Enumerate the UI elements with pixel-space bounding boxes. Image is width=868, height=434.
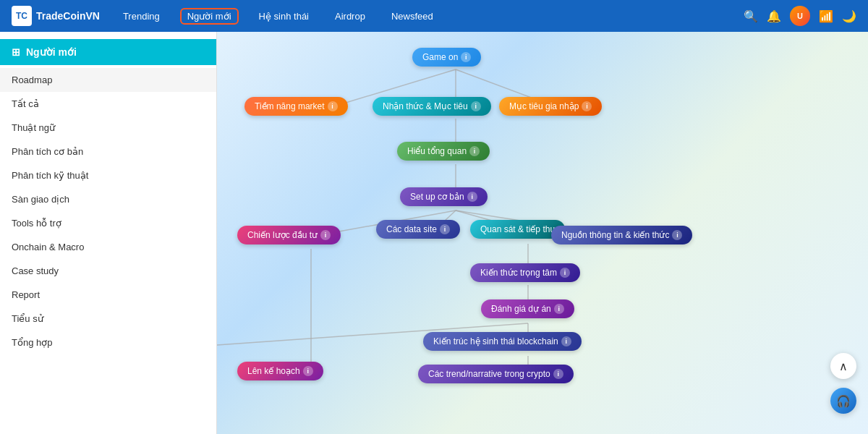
sidebar-item-tong-hop[interactable]: Tổng hợp xyxy=(0,331,216,354)
search-icon[interactable]: 🔍 xyxy=(744,9,758,23)
sidebar-item-onchain[interactable]: Onchain & Macro xyxy=(0,235,216,259)
node-hieu-tong-quan[interactable]: Hiểu tổng quan i xyxy=(397,142,490,161)
sidebar-item-report[interactable]: Report xyxy=(0,283,216,307)
logo-icon: TC xyxy=(12,6,32,26)
info-icon: i xyxy=(582,101,592,111)
node-kien-truc[interactable]: Kiến trúc hệ sinh thái blockchain i xyxy=(423,332,582,351)
info-icon: i xyxy=(469,146,480,156)
sidebar-active-item[interactable]: ⊞ Người mới xyxy=(0,39,216,65)
nav-nguoi-moi[interactable]: Người mới xyxy=(180,8,239,25)
sidebar-item-case-study[interactable]: Case study xyxy=(0,259,216,283)
node-tiem-nang[interactable]: Tiềm năng market i xyxy=(244,97,348,116)
nav-right: 🔍 🔔 U 📶 🌙 xyxy=(744,6,856,26)
info-icon: i xyxy=(320,230,331,240)
sidebar-item-roadmap[interactable]: Roadmap xyxy=(0,68,216,92)
info-icon: i xyxy=(553,369,563,379)
node-danh-gia[interactable]: Đánh giá dự án i xyxy=(481,299,574,318)
bell-icon[interactable]: 🔔 xyxy=(767,9,781,23)
node-game-on[interactable]: Game on i xyxy=(412,48,481,67)
info-icon: i xyxy=(461,52,471,62)
sidebar-item-tat-ca[interactable]: Tất cả xyxy=(0,92,216,116)
navbar: TC TradeCoinVN Trending Người mới Hệ sin… xyxy=(0,0,868,32)
node-cac-trend[interactable]: Các trend/narrative trong crypto i xyxy=(418,365,574,383)
sidebar-item-tools[interactable]: Tools hỗ trợ xyxy=(0,211,216,235)
chevron-up-icon: ∧ xyxy=(839,359,848,373)
grid-icon: ⊞ xyxy=(12,46,20,58)
node-cac-data[interactable]: Các data site i xyxy=(376,220,460,239)
info-icon: i xyxy=(467,192,477,202)
node-chien-luoc[interactable]: Chiến lược đầu tư i xyxy=(237,226,341,244)
scroll-up-button[interactable]: ∧ xyxy=(830,353,856,379)
sidebar: ⊞ Người mới Roadmap Tất cả Thuật ngữ Phâ… xyxy=(0,32,217,434)
node-set-up[interactable]: Set up cơ bản i xyxy=(400,187,488,206)
sidebar-item-tieu-su[interactable]: Tiểu sử xyxy=(0,307,216,331)
info-icon: i xyxy=(471,101,481,111)
info-icon: i xyxy=(561,336,571,346)
moon-icon[interactable]: 🌙 xyxy=(842,9,856,23)
avatar[interactable]: U xyxy=(790,6,810,26)
node-len-ke-hoach[interactable]: Lên kế hoạch i xyxy=(237,362,323,380)
sidebar-item-thuat-ngu[interactable]: Thuật ngữ xyxy=(0,116,216,140)
info-icon: i xyxy=(303,366,313,376)
info-icon: i xyxy=(440,224,450,234)
node-kien-thuc[interactable]: Kiến thức trọng tâm i xyxy=(470,263,580,282)
sidebar-item-san-giao-dich[interactable]: Sàn giao dịch xyxy=(0,187,216,211)
wifi-icon[interactable]: 📶 xyxy=(819,9,833,23)
info-icon: i xyxy=(328,101,338,111)
mindmap: Game on i Tiềm năng market i Nhận thức &… xyxy=(217,32,868,434)
info-icon: i xyxy=(672,230,682,240)
nav-trending[interactable]: Trending xyxy=(117,8,166,25)
sidebar-item-phan-tich-ky-thuat[interactable]: Phân tích kỹ thuật xyxy=(0,163,216,187)
nav-logo[interactable]: TC TradeCoinVN xyxy=(12,6,100,26)
info-icon: i xyxy=(554,304,564,314)
sidebar-active-label: Người mới xyxy=(26,46,77,58)
headphone-button[interactable]: 🎧 xyxy=(830,388,856,414)
nav-newsfeed[interactable]: Newsfeed xyxy=(386,8,439,25)
node-muc-tieu[interactable]: Mục tiêu gia nhập i xyxy=(499,97,602,116)
nav-he-sinh-thai[interactable]: Hệ sinh thái xyxy=(253,8,315,25)
info-icon: i xyxy=(560,268,570,278)
nav-airdrop[interactable]: Airdrop xyxy=(329,8,371,25)
content-area: Game on i Tiềm năng market i Nhận thức &… xyxy=(217,32,868,434)
nav-items: Trending Người mới Hệ sinh thái Airdrop … xyxy=(117,8,726,25)
headphone-icon: 🎧 xyxy=(836,394,851,408)
logo-text: TradeCoinVN xyxy=(36,10,100,22)
node-nguon-thong-tin[interactable]: Nguồn thông tin & kiến thức i xyxy=(551,226,692,244)
node-nhan-thuc[interactable]: Nhận thức & Mục tiêu i xyxy=(373,97,491,116)
sidebar-item-phan-tich-co-ban[interactable]: Phân tích cơ bản xyxy=(0,140,216,163)
main-layout: ⊞ Người mới Roadmap Tất cả Thuật ngữ Phâ… xyxy=(0,32,868,434)
